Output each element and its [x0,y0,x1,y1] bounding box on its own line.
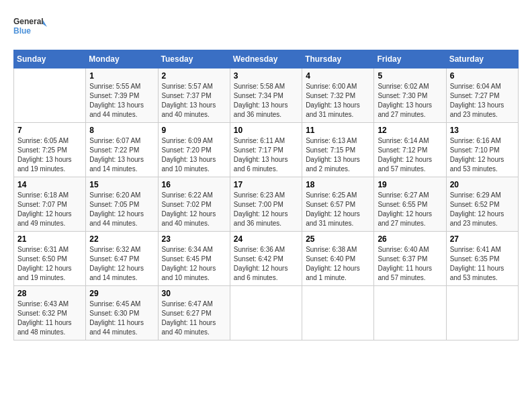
calendar-cell: 3Sunrise: 5:58 AM Sunset: 7:34 PM Daylig… [230,68,302,123]
calendar-cell: 12Sunrise: 6:14 AM Sunset: 7:12 PM Dayli… [374,123,446,177]
day-info: Sunrise: 6:09 AM Sunset: 7:20 PM Dayligh… [162,136,226,174]
day-number: 18 [306,180,370,189]
calendar-cell: 30Sunrise: 6:47 AM Sunset: 6:27 PM Dayli… [158,286,230,340]
calendar-cell: 17Sunrise: 6:23 AM Sunset: 7:00 PM Dayli… [230,177,302,232]
page-header: General Blue [13,13,519,43]
day-info: Sunrise: 6:29 AM Sunset: 6:52 PM Dayligh… [450,191,515,228]
day-number: 19 [378,180,442,189]
day-number: 28 [17,289,82,298]
calendar-header-row: SundayMondayTuesdayWednesdayThursdayFrid… [14,50,519,68]
logo: General Blue [13,13,47,43]
calendar-cell: 26Sunrise: 6:40 AM Sunset: 6:37 PM Dayli… [374,232,446,286]
day-info: Sunrise: 6:23 AM Sunset: 7:00 PM Dayligh… [234,191,298,228]
calendar-cell: 23Sunrise: 6:34 AM Sunset: 6:45 PM Dayli… [158,232,230,286]
weekday-header-wednesday: Wednesday [230,50,302,68]
day-number: 23 [162,234,226,244]
day-number: 11 [306,126,370,135]
day-info: Sunrise: 6:11 AM Sunset: 7:17 PM Dayligh… [234,136,298,174]
calendar-table: SundayMondayTuesdayWednesdayThursdayFrid… [13,50,519,340]
calendar-cell: 13Sunrise: 6:16 AM Sunset: 7:10 PM Dayli… [446,123,518,177]
calendar-cell [14,68,86,123]
calendar-cell: 1Sunrise: 5:55 AM Sunset: 7:39 PM Daylig… [86,68,158,123]
day-info: Sunrise: 6:25 AM Sunset: 6:57 PM Dayligh… [306,191,370,228]
calendar-week-row: 7Sunrise: 6:05 AM Sunset: 7:25 PM Daylig… [14,123,519,177]
day-number: 27 [450,234,515,244]
day-info: Sunrise: 5:55 AM Sunset: 7:39 PM Dayligh… [89,82,154,120]
day-number: 26 [378,234,442,244]
day-number: 5 [378,71,442,81]
day-number: 21 [17,234,82,244]
day-number: 13 [450,126,515,135]
calendar-cell: 24Sunrise: 6:36 AM Sunset: 6:42 PM Dayli… [230,232,302,286]
day-number: 24 [234,234,298,244]
weekday-header-sunday: Sunday [14,50,86,68]
day-number: 17 [234,180,298,189]
day-info: Sunrise: 6:36 AM Sunset: 6:42 PM Dayligh… [234,245,298,283]
calendar-cell: 7Sunrise: 6:05 AM Sunset: 7:25 PM Daylig… [14,123,86,177]
calendar-week-row: 1Sunrise: 5:55 AM Sunset: 7:39 PM Daylig… [14,68,519,123]
calendar-cell: 16Sunrise: 6:22 AM Sunset: 7:02 PM Dayli… [158,177,230,232]
calendar-cell: 11Sunrise: 6:13 AM Sunset: 7:15 PM Dayli… [302,123,374,177]
svg-marker-2 [43,20,47,27]
weekday-header-friday: Friday [374,50,446,68]
calendar-cell: 14Sunrise: 6:18 AM Sunset: 7:07 PM Dayli… [14,177,86,232]
calendar-cell: 27Sunrise: 6:41 AM Sunset: 6:35 PM Dayli… [446,232,518,286]
day-info: Sunrise: 6:41 AM Sunset: 6:35 PM Dayligh… [450,245,515,283]
day-number: 6 [450,71,515,81]
day-info: Sunrise: 6:31 AM Sunset: 6:50 PM Dayligh… [17,245,82,283]
day-number: 29 [89,289,154,298]
day-info: Sunrise: 6:20 AM Sunset: 7:05 PM Dayligh… [89,191,154,228]
calendar-cell: 10Sunrise: 6:11 AM Sunset: 7:17 PM Dayli… [230,123,302,177]
day-number: 2 [162,71,226,81]
calendar-week-row: 14Sunrise: 6:18 AM Sunset: 7:07 PM Dayli… [14,177,519,232]
day-info: Sunrise: 5:57 AM Sunset: 7:37 PM Dayligh… [162,82,226,120]
day-info: Sunrise: 6:00 AM Sunset: 7:32 PM Dayligh… [306,82,370,120]
day-info: Sunrise: 6:27 AM Sunset: 6:55 PM Dayligh… [378,191,442,228]
day-number: 3 [234,71,298,81]
day-info: Sunrise: 6:14 AM Sunset: 7:12 PM Dayligh… [378,136,442,174]
day-number: 8 [89,126,154,135]
day-info: Sunrise: 6:34 AM Sunset: 6:45 PM Dayligh… [162,245,226,283]
calendar-cell: 4Sunrise: 6:00 AM Sunset: 7:32 PM Daylig… [302,68,374,123]
day-number: 1 [89,71,154,81]
calendar-cell: 6Sunrise: 6:04 AM Sunset: 7:27 PM Daylig… [446,68,518,123]
calendar-cell: 21Sunrise: 6:31 AM Sunset: 6:50 PM Dayli… [14,232,86,286]
calendar-cell: 5Sunrise: 6:02 AM Sunset: 7:30 PM Daylig… [374,68,446,123]
day-info: Sunrise: 6:43 AM Sunset: 6:32 PM Dayligh… [17,300,82,337]
calendar-cell: 15Sunrise: 6:20 AM Sunset: 7:05 PM Dayli… [86,177,158,232]
calendar-cell [446,286,518,340]
day-number: 9 [162,126,226,135]
day-info: Sunrise: 6:05 AM Sunset: 7:25 PM Dayligh… [17,136,82,174]
calendar-cell: 2Sunrise: 5:57 AM Sunset: 7:37 PM Daylig… [158,68,230,123]
day-info: Sunrise: 5:58 AM Sunset: 7:34 PM Dayligh… [234,82,298,120]
logo-svg: General Blue [13,13,47,43]
weekday-header-tuesday: Tuesday [158,50,230,68]
weekday-header-thursday: Thursday [302,50,374,68]
day-number: 20 [450,180,515,189]
weekday-header-monday: Monday [86,50,158,68]
day-number: 14 [17,180,82,189]
day-number: 30 [162,289,226,298]
day-number: 10 [234,126,298,135]
calendar-cell: 29Sunrise: 6:45 AM Sunset: 6:30 PM Dayli… [86,286,158,340]
calendar-cell: 22Sunrise: 6:32 AM Sunset: 6:47 PM Dayli… [86,232,158,286]
day-number: 16 [162,180,226,189]
svg-text:General: General [13,17,44,26]
calendar-cell: 19Sunrise: 6:27 AM Sunset: 6:55 PM Dayli… [374,177,446,232]
svg-text:Blue: Blue [13,26,31,36]
calendar-cell: 9Sunrise: 6:09 AM Sunset: 7:20 PM Daylig… [158,123,230,177]
calendar-week-row: 28Sunrise: 6:43 AM Sunset: 6:32 PM Dayli… [14,286,519,340]
calendar-cell: 28Sunrise: 6:43 AM Sunset: 6:32 PM Dayli… [14,286,86,340]
calendar-cell [302,286,374,340]
day-number: 4 [306,71,370,81]
day-info: Sunrise: 6:40 AM Sunset: 6:37 PM Dayligh… [378,245,442,283]
day-info: Sunrise: 6:18 AM Sunset: 7:07 PM Dayligh… [17,191,82,228]
day-number: 15 [89,180,154,189]
day-info: Sunrise: 6:04 AM Sunset: 7:27 PM Dayligh… [450,82,515,120]
calendar-week-row: 21Sunrise: 6:31 AM Sunset: 6:50 PM Dayli… [14,232,519,286]
day-info: Sunrise: 6:45 AM Sunset: 6:30 PM Dayligh… [89,300,154,337]
calendar-cell [374,286,446,340]
day-info: Sunrise: 6:32 AM Sunset: 6:47 PM Dayligh… [89,245,154,283]
calendar-cell: 8Sunrise: 6:07 AM Sunset: 7:22 PM Daylig… [86,123,158,177]
day-number: 25 [306,234,370,244]
